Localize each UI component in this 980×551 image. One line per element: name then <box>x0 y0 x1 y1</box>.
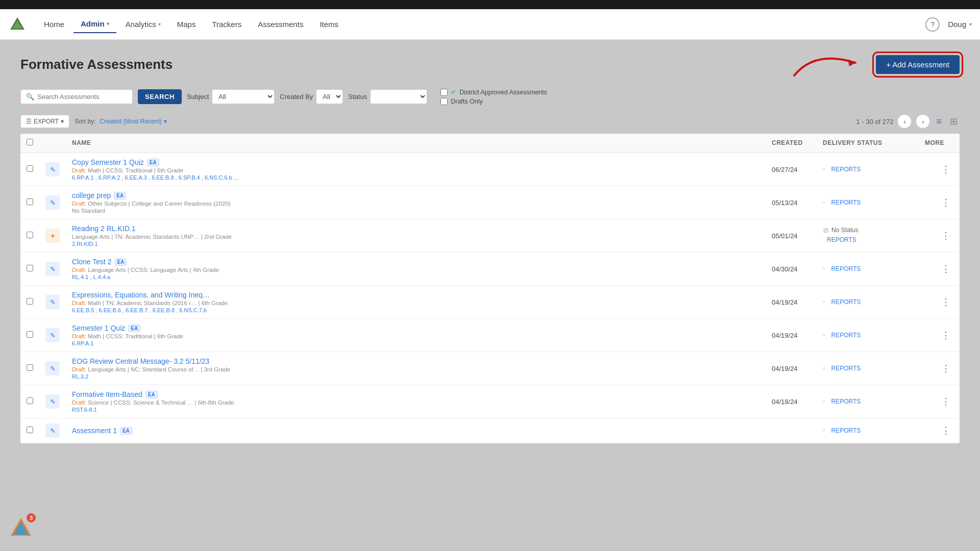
search-icon: 🔍 <box>26 93 34 101</box>
export-button[interactable]: ☰ EXPORT ▾ <box>20 115 69 128</box>
row-checkbox[interactable] <box>27 232 33 238</box>
add-assessment-button[interactable]: + Add Assessment <box>876 55 960 74</box>
row-icon: ✎ <box>45 423 60 438</box>
sort-select[interactable]: Sort by: Created (Most Recent) ▾ <box>75 118 167 125</box>
nav-home[interactable]: Home <box>37 16 71 33</box>
reports-button[interactable]: REPORTS <box>827 263 865 274</box>
row-checkbox[interactable] <box>27 265 33 271</box>
search-input[interactable] <box>37 93 119 101</box>
assessment-name[interactable]: college prep EA <box>72 191 760 199</box>
table-controls-right: 1 - 30 of 272 ‹ › ≡ ⊞ <box>856 114 960 129</box>
nav-analytics[interactable]: Analytics ▾ <box>118 16 168 33</box>
reports-button[interactable]: REPORTS <box>827 396 865 407</box>
status-select[interactable]: Draft Published <box>370 89 427 104</box>
more-options-button[interactable]: ⋮ <box>938 295 953 309</box>
next-page-button[interactable]: › <box>916 114 930 129</box>
row-checkbox[interactable] <box>27 397 33 404</box>
assessment-name[interactable]: Clone Test 2 EA <box>72 258 760 266</box>
help-button[interactable]: ? <box>925 17 940 32</box>
draft-label: Draft: <box>72 167 86 173</box>
reports-button[interactable]: REPORTS <box>823 234 861 245</box>
assessment-name[interactable]: Expressions, Equations, and Writing Ineq… <box>72 291 760 299</box>
row-created-cell: 04/19/24 <box>766 286 817 319</box>
table-row: ✎ Copy Semester 1 Quiz EA Draft: Math | … <box>20 153 960 186</box>
row-more-cell: ⋮ <box>919 219 960 253</box>
created-date: 04/19/24 <box>772 365 798 372</box>
row-checkbox[interactable] <box>27 331 33 338</box>
ea-badge: EA <box>114 192 126 199</box>
row-icon: ✎ <box>45 361 60 375</box>
nav-trackers[interactable]: Trackers <box>205 16 249 33</box>
list-view-button[interactable]: ≡ <box>934 115 944 128</box>
created-header: CREATED <box>766 134 817 153</box>
row-checkbox-cell[interactable] <box>20 352 39 385</box>
assessment-name[interactable]: Semester 1 Quiz EA <box>72 324 760 332</box>
assessment-name[interactable]: EOG Review Central Message- 3.2 5/11/23 <box>72 357 760 365</box>
assessment-standards: 2.RI.KID.1 <box>72 241 760 247</box>
table-row: ✎ college prep EA Draft: Other Subjects … <box>20 186 960 219</box>
select-all-header[interactable] <box>20 134 39 153</box>
row-checkbox[interactable] <box>27 165 33 172</box>
more-options-button[interactable]: ⋮ <box>938 424 953 437</box>
assessment-name[interactable]: Assessment 1 EA <box>72 427 760 435</box>
bottom-logo[interactable]: 3 <box>8 515 34 541</box>
row-checkbox-cell[interactable] <box>20 319 39 352</box>
row-checkbox-cell[interactable] <box>20 286 39 319</box>
assessment-name[interactable]: Copy Semester 1 Quiz EA <box>72 158 760 166</box>
reports-button[interactable]: REPORTS <box>827 363 865 374</box>
search-wrap: 🔍 <box>20 89 133 104</box>
row-checkbox-cell[interactable] <box>20 186 39 219</box>
row-checkbox[interactable] <box>27 427 33 433</box>
row-created-cell: 04/18/24 <box>766 385 817 418</box>
reports-button[interactable]: REPORTS <box>827 296 865 308</box>
more-options-button[interactable]: ⋮ <box>938 196 953 209</box>
row-checkbox-cell[interactable] <box>20 418 39 443</box>
district-approved-checkbox-label[interactable]: ✔ District Approved Assessments <box>440 88 547 96</box>
row-checkbox[interactable] <box>27 198 33 205</box>
row-icon: ✦ <box>45 229 60 243</box>
more-options-button[interactable]: ⋮ <box>938 395 953 408</box>
row-delivery-cell: ⊘ No Status REPORTS <box>817 219 919 253</box>
nav-admin[interactable]: Admin ▾ <box>74 15 116 33</box>
row-checkbox-cell[interactable] <box>20 219 39 253</box>
drafts-only-checkbox-label[interactable]: Drafts Only <box>440 98 547 105</box>
user-chevron-icon: ▾ <box>969 21 972 27</box>
nav-assessments[interactable]: Assessments <box>251 16 310 33</box>
row-checkbox-cell[interactable] <box>20 385 39 418</box>
reports-button[interactable]: REPORTS <box>827 197 865 208</box>
select-all-checkbox[interactable] <box>27 139 33 145</box>
row-checkbox-cell[interactable] <box>20 253 39 286</box>
more-options-button[interactable]: ⋮ <box>938 329 953 342</box>
subject-select[interactable]: All Math Language Arts Science <box>212 89 275 104</box>
district-approved-checkbox[interactable] <box>440 89 448 96</box>
row-checkbox[interactable] <box>27 298 33 305</box>
assessment-name[interactable]: Formative Item-Based EA <box>72 390 760 398</box>
prev-page-button[interactable]: ‹ <box>897 114 912 129</box>
row-created-cell: 04/19/24 <box>766 319 817 352</box>
user-menu[interactable]: Doug ▾ <box>948 20 972 29</box>
nav-items[interactable]: Items <box>312 16 346 33</box>
row-icon-cell: ✎ <box>39 319 66 352</box>
created-date: 05/13/24 <box>772 199 798 207</box>
grid-view-button[interactable]: ⊞ <box>948 115 960 128</box>
created-by-select[interactable]: All <box>316 89 343 104</box>
drafts-only-checkbox[interactable] <box>440 98 448 105</box>
reports-button[interactable]: REPORTS <box>827 164 865 175</box>
assessment-name[interactable]: Reading 2 RL.KID.1 <box>72 224 760 233</box>
sort-chevron-icon: ▾ <box>164 118 167 125</box>
more-options-button[interactable]: ⋮ <box>938 262 953 276</box>
search-button[interactable]: SEARCH <box>138 89 182 104</box>
reports-button[interactable]: REPORTS <box>827 425 865 436</box>
app-logo[interactable] <box>8 15 27 34</box>
more-options-button[interactable]: ⋮ <box>938 229 953 242</box>
more-options-button[interactable]: ⋮ <box>938 362 953 375</box>
row-checkbox[interactable] <box>27 364 33 371</box>
row-checkbox-cell[interactable] <box>20 153 39 186</box>
reports-button[interactable]: REPORTS <box>827 330 865 341</box>
more-options-button[interactable]: ⋮ <box>938 163 953 176</box>
assessment-standards: RL.3.2 <box>72 373 760 380</box>
nav-maps[interactable]: Maps <box>170 16 203 33</box>
ea-badge: EA <box>147 159 159 166</box>
table-header-row: NAME CREATED DELIVERY STATUS MORE <box>20 134 960 153</box>
assessment-meta: Language Arts | TN: Academic Standards U… <box>72 234 760 240</box>
